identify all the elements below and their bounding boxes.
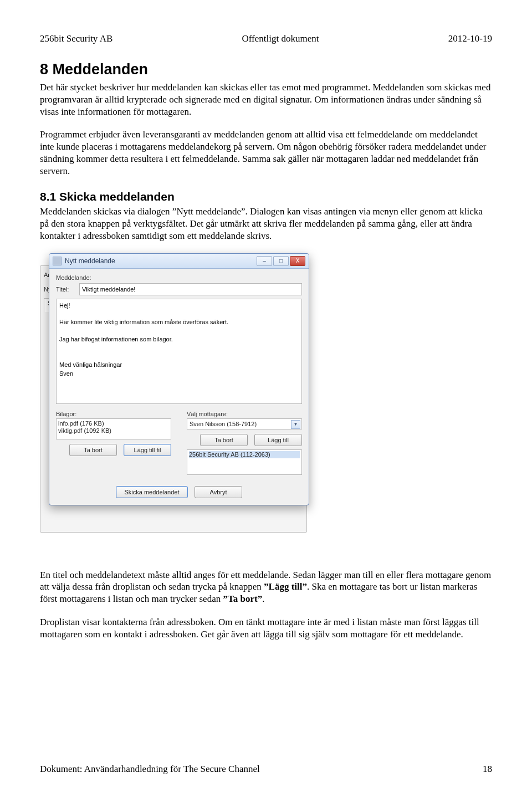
- recipients-label: Välj mottagare:: [187, 411, 302, 417]
- text-run-bold: ”Lägg till”: [264, 581, 307, 592]
- message-body-textarea[interactable]: [56, 299, 302, 404]
- document-page: 256bit Security AB Offentligt dokument 2…: [0, 0, 532, 798]
- text-run-bold: ”Ta bort”: [223, 594, 262, 604]
- title-label: Titel:: [56, 286, 76, 293]
- recipients-listbox[interactable]: 256bit Security AB (112-2063): [187, 449, 302, 475]
- header-classification: Offentligt dokument: [242, 33, 319, 44]
- add-file-button[interactable]: Lägg till fil: [124, 444, 171, 456]
- footer-page-number: 18: [483, 764, 492, 775]
- new-message-dialog: Nytt meddelande – □ X Meddelande: Titel:: [49, 253, 309, 505]
- add-recipient-button[interactable]: Lägg till: [254, 434, 302, 446]
- header-company: 256bit Security AB: [40, 33, 112, 44]
- title-input[interactable]: [79, 283, 302, 295]
- footer-doc-title: Dokument: Användarhandledning för The Se…: [40, 764, 260, 775]
- chevron-down-icon[interactable]: ▼: [291, 420, 300, 429]
- header-date: 2012-10-19: [448, 33, 492, 44]
- cancel-button[interactable]: Avbryt: [195, 486, 242, 498]
- attachments-listbox[interactable]: info.pdf (176 KB) viktig.pdf (1092 KB): [56, 418, 171, 439]
- heading-1: 8 Meddelanden: [40, 61, 492, 78]
- paragraph: Droplistan visar kontakterna från adress…: [40, 616, 492, 641]
- close-button[interactable]: X: [290, 256, 305, 266]
- page-footer: Dokument: Användarhandledning för The Se…: [40, 764, 492, 775]
- send-message-button[interactable]: Skicka meddelandet: [116, 486, 188, 498]
- message-label: Meddelande:: [56, 274, 302, 281]
- maximize-button[interactable]: □: [273, 256, 289, 266]
- recipient-combo[interactable]: Sven Nilsson (158-7912) ▼: [187, 418, 302, 429]
- paragraph: Meddelanden skickas via dialogen ”Nytt m…: [40, 206, 492, 242]
- paragraph: Det här stycket beskriver hur meddelande…: [40, 81, 492, 117]
- attachments-label: Bilagor:: [56, 411, 171, 417]
- screenshot-figure: Ar Ny S ttag Nytt meddelande – □ X Medde…: [40, 253, 311, 547]
- dialog-title: Nytt meddelande: [65, 257, 257, 265]
- combo-value: Sven Nilsson (158-7912): [190, 421, 257, 427]
- list-item[interactable]: 256bit Security AB (112-2063): [189, 451, 300, 458]
- list-item[interactable]: viktig.pdf (1092 KB): [58, 427, 169, 434]
- minimize-button[interactable]: –: [257, 256, 272, 266]
- paragraph: En titel och meddelandetext måste alltid…: [40, 569, 492, 605]
- remove-recipient-button[interactable]: Ta bort: [200, 434, 248, 446]
- page-header: 256bit Security AB Offentligt dokument 2…: [40, 33, 492, 44]
- remove-attachment-button[interactable]: Ta bort: [69, 444, 117, 456]
- list-item[interactable]: info.pdf (176 KB): [58, 420, 169, 427]
- dialog-titlebar[interactable]: Nytt meddelande – □ X: [49, 254, 309, 269]
- text-run: .: [262, 594, 264, 604]
- paragraph: Programmet erbjuder även leveransgaranti…: [40, 129, 492, 177]
- app-icon: [53, 257, 62, 265]
- heading-2: 8.1 Skicka meddelanden: [40, 190, 492, 203]
